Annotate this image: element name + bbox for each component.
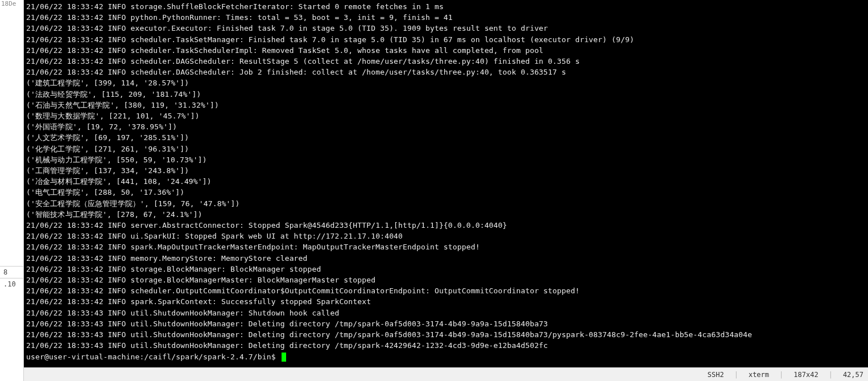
status-separator: | — [779, 371, 783, 379]
status-termtype: xterm — [749, 371, 769, 379]
terminal-line: ('外国语学院', [19, 72, '378.95%']) — [26, 121, 866, 132]
terminal-line: 21/06/22 18:33:42 INFO scheduler.OutputC… — [26, 285, 866, 296]
gutter-cell: 8 — [0, 266, 23, 278]
terminal-line: 21/06/22 18:33:42 INFO spark.SparkContex… — [26, 296, 866, 307]
terminal-line: 21/06/22 18:33:42 INFO server.AbstractCo… — [26, 220, 866, 231]
terminal-line: ('智能技术与工程学院', [278, 67, '24.1%']) — [26, 209, 866, 220]
terminal-line: ('法政与经贸学院', [115, 209, '181.74%']) — [26, 89, 866, 100]
terminal-line: 21/06/22 18:33:42 INFO python.PythonRunn… — [26, 12, 866, 23]
terminal-line: 21/06/22 18:33:42 INFO ui.SparkUI: Stopp… — [26, 231, 866, 241]
terminal-line: ('冶金与材料工程学院', [441, 108, '24.49%']) — [26, 176, 866, 187]
terminal-line: ('工商管理学院', [137, 334, '243.8%']) — [26, 165, 866, 176]
terminal-line: 21/06/22 18:33:42 INFO executor.Executor… — [26, 23, 866, 34]
terminal-line: 21/06/22 18:33:42 INFO scheduler.TaskSch… — [26, 45, 866, 56]
status-bar: SSH2 | xterm | 187x42 | 42,57 — [24, 367, 868, 381]
terminal-prompt-line[interactable]: user@user-virtual-machine:/caifl/spark/s… — [26, 351, 866, 362]
terminal-line: ('电气工程学院', [288, 50, '17.36%']) — [26, 187, 866, 198]
terminal-line: ('机械与动力工程学院', [550, 59, '10.73%']) — [26, 154, 866, 165]
terminal-line: 21/06/22 18:33:42 INFO storage.BlockMana… — [26, 264, 866, 275]
gutter-partial-text: 18De — [0, 0, 23, 7]
terminal-prompt: user@user-virtual-machine:/caifl/spark/s… — [26, 353, 280, 361]
terminal-line: 21/06/22 18:33:42 INFO spark.MapOutputTr… — [26, 241, 866, 252]
status-protocol: SSH2 — [708, 371, 724, 379]
status-separator: | — [829, 371, 833, 379]
terminal-line: 21/06/22 18:33:42 INFO scheduler.DAGSche… — [26, 56, 866, 67]
terminal-line: ('人文艺术学院', [69, 197, '285.51%']) — [26, 132, 866, 143]
terminal-line: 21/06/22 18:33:42 INFO memory.MemoryStor… — [26, 253, 866, 264]
terminal-panel[interactable]: 21/06/22 18:33:42 INFO storage.ShuffleBl… — [24, 0, 868, 381]
terminal-line: 21/06/22 18:33:42 INFO scheduler.TaskSet… — [26, 34, 866, 45]
status-separator: | — [734, 371, 738, 379]
terminal-line: ('数理与大数据学院', [221, 101, '45.7%']) — [26, 110, 866, 121]
cursor-icon — [282, 353, 286, 362]
left-gutter: 18De 8 .10 — [0, 0, 24, 381]
terminal-line: ('建筑工程学院', [399, 114, '28.57%']) — [26, 77, 866, 88]
gutter-cell: .10 — [0, 278, 23, 290]
terminal-line: 21/06/22 18:33:43 INFO util.ShutdownHook… — [26, 340, 866, 351]
terminal-line: 21/06/22 18:33:43 INFO util.ShutdownHook… — [26, 318, 866, 329]
terminal-line: 21/06/22 18:33:42 INFO storage.ShuffleBl… — [26, 1, 866, 12]
terminal-line: ('安全工程学院（应急管理学院）', [159, 76, '47.8%']) — [26, 198, 866, 209]
terminal-line: 21/06/22 18:33:42 INFO scheduler.DAGSche… — [26, 67, 866, 77]
terminal-output[interactable]: 21/06/22 18:33:42 INFO storage.ShuffleBl… — [24, 0, 868, 367]
terminal-line: 21/06/22 18:33:43 INFO util.ShutdownHook… — [26, 308, 866, 318]
status-cursor-pos: 42,57 — [843, 371, 863, 379]
terminal-line: ('化学化工学院', [271, 261, '96.31%']) — [26, 144, 866, 154]
terminal-line: 21/06/22 18:33:43 INFO util.ShutdownHook… — [26, 329, 866, 340]
terminal-line: ('石油与天然气工程学院', [380, 119, '31.32%']) — [26, 100, 866, 110]
status-size: 187x42 — [793, 371, 818, 379]
terminal-line: 21/06/22 18:33:42 INFO storage.BlockMana… — [26, 275, 866, 285]
